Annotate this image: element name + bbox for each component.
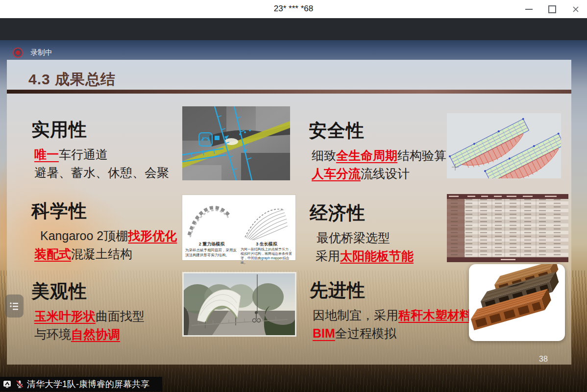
section-line: Kangaroo 2顶棚找形优化	[31, 227, 177, 245]
section-line: 细致全生命周期结构验算	[309, 147, 446, 165]
section-heading: 安全性	[309, 119, 446, 143]
slide-content-panel: 4.3 成果总结 实用性 唯一车行通道 避暑、蓄水、休憩、会聚 安全性 细致全生…	[7, 60, 571, 365]
section-advancement: 先进性 因地制宜，采用秸秆木塑材料 BIM全过程模拟	[310, 278, 472, 343]
section-line: 避暑、蓄水、休憩、会聚	[31, 164, 169, 182]
aerial-map-image	[182, 106, 290, 180]
wood-material-image	[469, 264, 565, 341]
sim-desc-right: 为同一副结构线上的点赋予斥力，模拟叶片结构，将两端边界条件置零，中间值由grap…	[241, 247, 293, 265]
section-line: 与环境自然协调	[31, 325, 145, 343]
section-line: 玉米叶形状曲面找型	[31, 307, 145, 325]
bridge-route-badge-icon	[199, 133, 212, 146]
section-line: 装配式混凝土结构	[31, 245, 177, 263]
close-icon	[572, 6, 579, 13]
maximize-icon	[548, 5, 556, 13]
section-line: 因地制宜，采用秸秆木塑材料	[310, 306, 472, 324]
section-line: 最优桥梁选型	[310, 229, 414, 247]
screen-share-bar: 清华大学1队-康博睿的屏幕共享	[0, 377, 162, 392]
section-heading: 实用性	[31, 118, 169, 142]
screen-share-label: 清华大学1队-康博睿的屏幕共享	[27, 378, 149, 390]
section-heading: 科学性	[31, 199, 177, 223]
sim-caption-left: 2 重力场模拟	[186, 241, 237, 247]
slide-page-number: 38	[539, 355, 548, 364]
section-safety: 安全性 细致全生命周期结构验算 人车分流流线设计	[309, 119, 446, 183]
section-practicality: 实用性 唯一车行通道 避暑、蓄水、休憩、会聚	[31, 118, 169, 182]
minimize-icon	[525, 9, 533, 10]
meeting-toolbar-strip	[0, 18, 587, 40]
section-heading: 先进性	[310, 278, 472, 303]
app-window: 23* *** *68 录制中 4.3 成果总结 实用性 唯	[0, 0, 587, 392]
shared-screen: 录制中 4.3 成果总结 实用性 唯一车行通道 避暑、蓄水、休憩、会聚 安全性 …	[0, 40, 587, 392]
slide-title: 4.3 成果总结	[28, 70, 116, 90]
slides-menu-icon	[8, 300, 20, 312]
screen-share-icon	[2, 379, 12, 389]
window-title: 23* *** *68	[0, 4, 587, 14]
title-rule	[7, 90, 571, 94]
section-line: 采用太阳能板节能	[310, 247, 414, 265]
minimize-button[interactable]	[524, 5, 533, 14]
section-line: BIM全过程模拟	[310, 324, 472, 343]
window-controls	[524, 0, 580, 18]
simulation-diagrams-image: 2 重力场模拟 为采样点赋予相同载荷，采用反演法构建拱形零剪力结构。 3 生长模…	[182, 195, 295, 260]
sim-desc-left: 为采样点赋予相同载荷，采用反演法构建拱形零剪力结构。	[185, 248, 237, 257]
structural-analysis-image	[447, 113, 561, 178]
section-line: 唯一车行通道	[31, 146, 169, 164]
close-button[interactable]	[571, 5, 580, 14]
mic-muted-icon	[15, 379, 24, 389]
record-dot-icon	[13, 48, 23, 58]
section-line: 人车分流流线设计	[309, 165, 446, 183]
canopy-render-image	[182, 272, 296, 337]
recording-indicator: 录制中	[13, 48, 52, 58]
section-heading: 经济性	[310, 201, 414, 225]
section-scientific: 科学性 Kangaroo 2顶棚找形优化 装配式混凝土结构	[31, 199, 177, 263]
maximize-button[interactable]	[548, 5, 557, 14]
recording-label: 录制中	[30, 48, 52, 57]
section-aesthetics: 美观性 玉米叶形状曲面找型 与环境自然协调	[31, 279, 145, 343]
cost-table-image	[447, 194, 568, 262]
slideshow-menu-button[interactable]	[5, 294, 24, 318]
section-heading: 美观性	[31, 279, 145, 304]
section-economy: 经济性 最优桥梁选型 采用太阳能板节能	[310, 201, 414, 265]
window-titlebar: 23* *** *68	[0, 0, 587, 19]
